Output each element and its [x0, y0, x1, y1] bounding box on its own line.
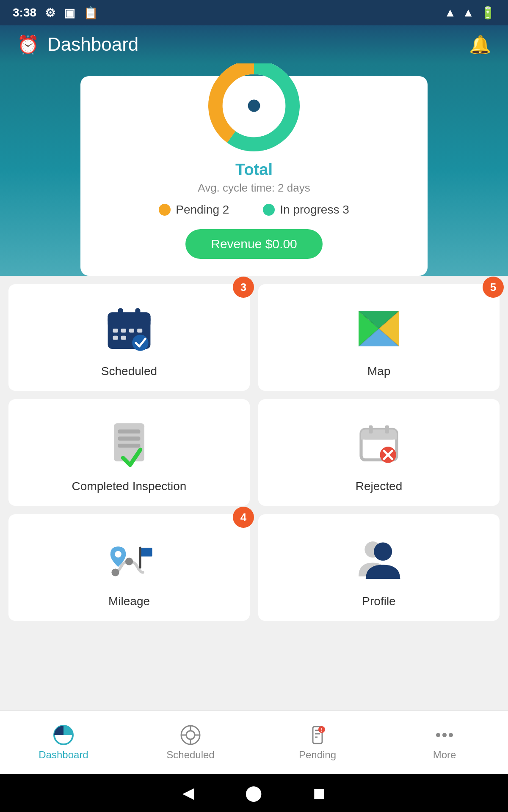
svg-rect-14	[113, 336, 118, 340]
nav-pending[interactable]: ! Pending	[254, 724, 381, 761]
svg-rect-26	[118, 429, 141, 433]
svg-text:!: !	[321, 727, 323, 733]
svg-rect-34	[385, 425, 389, 433]
clipboard-icon: 📋	[83, 6, 98, 20]
map-badge: 5	[483, 277, 504, 298]
svg-point-44	[115, 551, 121, 558]
settings-icon: ⚙	[45, 6, 55, 20]
svg-rect-9	[135, 308, 140, 318]
svg-point-46	[374, 543, 392, 561]
svg-rect-11	[121, 329, 126, 333]
scheduled-icon-container	[102, 301, 157, 356]
svg-rect-12	[129, 329, 134, 333]
svg-point-39	[111, 568, 119, 576]
nav-scheduled-label: Scheduled	[166, 749, 214, 761]
grid-card-rejected[interactable]: Rejected	[258, 399, 500, 506]
hero-section: Total Avg. cycle time: 2 days Pending 2 …	[0, 63, 508, 276]
status-bar-left: 3:38 ⚙ ▣ 📋	[13, 6, 98, 20]
nav-pending-label: Pending	[299, 749, 336, 761]
grid-card-completed[interactable]: Completed Inspection	[8, 399, 250, 506]
chart-subtitle: Avg. cycle time: 2 days	[198, 181, 310, 195]
screen-icon: ▣	[64, 6, 75, 20]
svg-point-62	[449, 733, 453, 737]
status-bar-right: ▲ ▲ 🔋	[444, 6, 495, 20]
inprogress-legend: In progress 3	[263, 203, 349, 217]
profile-icon-container	[351, 531, 406, 586]
rejected-icon-container	[351, 416, 406, 471]
clock-icon: ⏰	[17, 34, 39, 55]
recents-button[interactable]: ◼	[313, 784, 326, 802]
grid-card-mileage[interactable]: 4 Mileage	[8, 514, 250, 621]
inprogress-label: In progress 3	[280, 203, 349, 217]
svg-point-4	[248, 100, 260, 112]
header-left: ⏰ Dashboard	[17, 34, 138, 55]
nav-dashboard-label: Dashboard	[39, 749, 88, 761]
pending-dot	[159, 204, 171, 216]
completed-label: Completed Inspection	[72, 480, 187, 493]
svg-rect-7	[108, 318, 151, 324]
wifi-icon: ▲	[444, 6, 456, 19]
scheduled-badge: 3	[233, 277, 254, 298]
status-bar: 3:38 ⚙ ▣ 📋 ▲ ▲ 🔋	[0, 0, 508, 25]
svg-rect-41	[140, 548, 152, 557]
notification-bell-icon[interactable]: 🔔	[469, 34, 491, 55]
nav-dashboard[interactable]: Dashboard	[0, 724, 127, 761]
nav-more[interactable]: More	[381, 724, 508, 761]
inprogress-dot	[263, 204, 275, 216]
chart-title: Total	[235, 161, 273, 179]
svg-point-61	[442, 733, 447, 737]
grid-section: 3	[0, 276, 508, 629]
android-nav-bar: ◀ ⬤ ◼	[0, 774, 508, 812]
page-title: Dashboard	[47, 34, 138, 55]
mileage-badge: 4	[233, 507, 254, 528]
svg-rect-27	[118, 436, 141, 441]
chart-legend: Pending 2 In progress 3	[159, 203, 349, 217]
svg-rect-42	[139, 546, 141, 568]
nav-more-label: More	[433, 749, 456, 761]
svg-rect-25	[114, 423, 144, 461]
svg-point-60	[436, 733, 440, 737]
nav-scheduled[interactable]: Scheduled	[127, 724, 254, 761]
rejected-label: Rejected	[356, 480, 403, 493]
profile-label: Profile	[362, 595, 395, 608]
chart-card: Total Avg. cycle time: 2 days Pending 2 …	[80, 76, 428, 276]
revenue-button[interactable]: Revenue $0.00	[185, 229, 323, 259]
completed-icon-container	[102, 416, 157, 471]
scheduled-label: Scheduled	[101, 365, 157, 378]
battery-icon: 🔋	[480, 6, 495, 20]
app-header: ⏰ Dashboard 🔔	[0, 25, 508, 63]
svg-rect-28	[118, 444, 141, 448]
main-content: Total Avg. cycle time: 2 days Pending 2 …	[0, 63, 508, 710]
home-button[interactable]: ⬤	[245, 784, 262, 802]
svg-rect-10	[113, 329, 118, 333]
svg-point-49	[186, 731, 195, 739]
grid-card-profile[interactable]: Profile	[258, 514, 500, 621]
pending-label: Pending 2	[176, 203, 229, 217]
svg-rect-13	[137, 329, 142, 333]
map-icon-container	[351, 301, 406, 356]
svg-point-40	[125, 557, 133, 565]
mileage-label: Mileage	[108, 595, 150, 608]
signal-icon: ▲	[462, 6, 474, 19]
grid-card-scheduled[interactable]: 3	[8, 284, 250, 391]
pending-legend: Pending 2	[159, 203, 229, 217]
bottom-navigation: Dashboard Scheduled ! Pending	[0, 710, 508, 774]
svg-point-16	[132, 335, 148, 351]
time-display: 3:38	[13, 6, 36, 19]
svg-rect-8	[118, 308, 123, 318]
map-label: Map	[367, 365, 390, 378]
svg-rect-15	[121, 336, 126, 340]
mileage-icon-container	[102, 531, 157, 586]
back-button[interactable]: ◀	[182, 784, 194, 802]
svg-rect-33	[369, 425, 373, 433]
svg-rect-32	[361, 435, 397, 440]
grid-card-map[interactable]: 5 Map	[258, 284, 500, 391]
donut-chart	[203, 63, 305, 156]
